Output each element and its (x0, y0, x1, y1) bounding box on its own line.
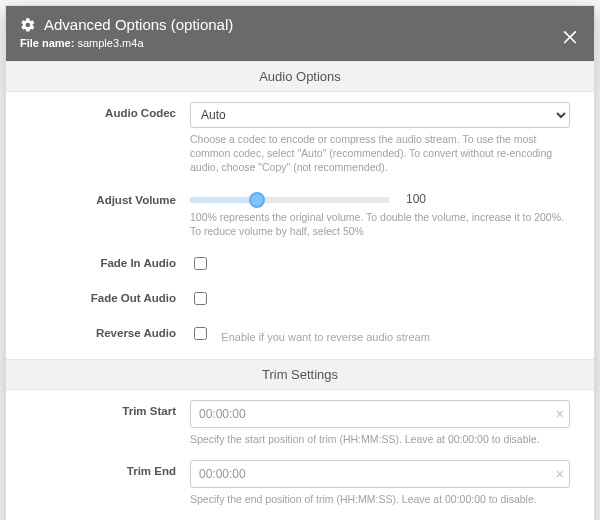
trim-settings-title: Trim Settings (6, 359, 594, 390)
trim-start-help: Specify the start position of trim (HH:M… (190, 432, 570, 446)
gear-icon (20, 17, 36, 33)
fade-out-label: Fade Out Audio (30, 287, 190, 308)
volume-slider[interactable] (190, 197, 390, 203)
reverse-audio-help: Enable if you want to reverse audio stre… (221, 331, 430, 343)
audio-options-title: Audio Options (6, 61, 594, 92)
filename-label: File name: (20, 37, 74, 49)
filename-value: sample3.m4a (77, 37, 143, 49)
trim-end-help: Specify the end position of trim (HH:MM:… (190, 492, 570, 506)
dialog-title: Advanced Options (optional) (44, 16, 233, 33)
reverse-audio-checkbox[interactable] (194, 327, 207, 340)
audio-codec-label: Audio Codec (30, 102, 190, 175)
trim-start-label: Trim Start (30, 400, 190, 446)
audio-codec-help: Choose a codec to encode or compress the… (190, 132, 570, 175)
adjust-volume-label: Adjust Volume (30, 189, 190, 238)
clear-icon[interactable]: × (556, 406, 564, 422)
reverse-audio-label: Reverse Audio (30, 322, 190, 343)
fade-in-checkbox[interactable] (194, 257, 207, 270)
trim-end-label: Trim End (30, 460, 190, 506)
clear-icon[interactable]: × (556, 466, 564, 482)
trim-start-input[interactable] (190, 400, 570, 428)
trim-end-input[interactable] (190, 460, 570, 488)
close-icon[interactable] (560, 26, 580, 46)
audio-options-section: Audio Codec Auto Choose a codec to encod… (6, 92, 594, 359)
trim-settings-section: Trim Start × Specify the start position … (6, 390, 594, 520)
audio-codec-select[interactable]: Auto (190, 102, 570, 128)
fade-out-checkbox[interactable] (194, 292, 207, 305)
fade-in-label: Fade In Audio (30, 252, 190, 273)
dialog-header: Advanced Options (optional) File name: s… (6, 6, 594, 61)
volume-value: 100 (406, 192, 426, 206)
advanced-options-dialog: Advanced Options (optional) File name: s… (5, 5, 595, 520)
volume-help: 100% represents the original volume. To … (190, 210, 570, 238)
